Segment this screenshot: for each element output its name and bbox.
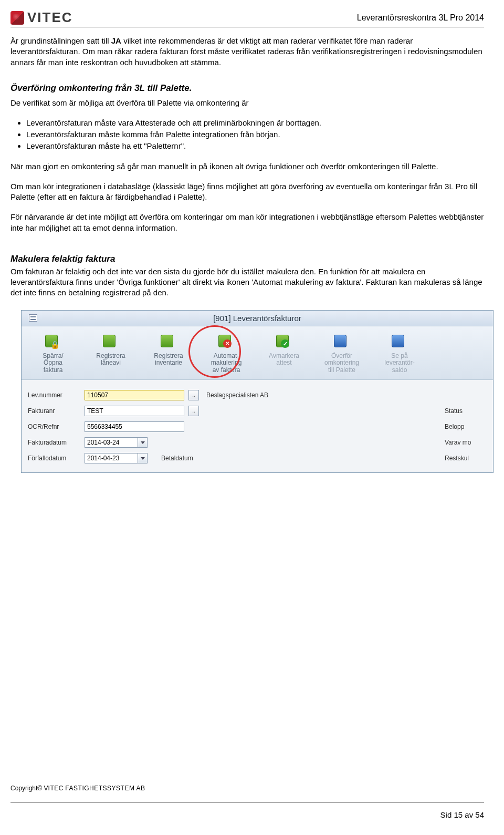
belopp-label: Belopp [445,423,487,430]
paragraph-intro: Är grundinställningen satt till JA vilke… [10,36,484,68]
page-footer: Copyright© VITEC FASTIGHETSSYSTEM AB Sid… [10,785,484,819]
header-divider [10,27,484,27]
view-icon [390,333,410,351]
app-titlebar: [901] Leverantörsfakturor [22,311,493,326]
footer-divider [10,802,484,803]
fakturanr-input[interactable] [85,406,184,416]
paragraph: Om man kör integrationen i databasläge (… [10,181,484,203]
chevron-down-icon [141,441,145,444]
list-item: Leverantörsfaturan måste vara Attesterad… [26,118,484,128]
paragraph: För närvarande är det inte möjligt att ö… [10,212,484,233]
window-title: [901] Leverantörsfakturor [22,314,493,323]
ocr-label: OCR/Refnr [28,423,80,430]
levnummer-lookup-button[interactable]: .. [188,390,199,400]
heading-makulera: Makulera felaktig faktura [10,253,484,265]
heading-overforing: Överföring omkontering från 3L till Pale… [10,83,484,95]
toolbar-registrera-inventarie[interactable]: Registrera inventarie [144,333,193,374]
fakturanr-label: Fakturanr [28,407,80,415]
forfallodatum-label: Förfallodatum [28,455,80,462]
betaldatum-label: Betaldatum [161,455,208,462]
document-icon [159,333,178,351]
varav-label: Varav mo [445,439,487,446]
paragraph: När man gjort en omkontering så går man … [10,161,484,172]
forfallodatum-dropdown-button[interactable] [138,453,148,463]
list-item: Leverantörsfakturan måste ha ett "Palett… [26,141,484,151]
app-window: [901] Leverantörsfakturor Spärra/ Öppna … [21,310,494,473]
transfer-icon [332,333,352,351]
bullet-list: Leverantörsfaturan måste vara Attesterad… [26,118,484,152]
fakturanr-lookup-button[interactable]: .. [188,406,199,416]
toolbar-sparra-oppna-faktura[interactable]: Spärra/ Öppna faktura [29,333,77,374]
toolbar-automat-makulering[interactable]: Automat- makulering av faktura [202,333,250,374]
delete-icon [216,333,236,351]
lock-icon [43,333,63,351]
toolbar-registrera-laneavi[interactable]: Registrera låneavi [87,333,135,374]
document-header-title: Leverantörsreskontra 3L Pro 2014 [10,13,484,23]
paragraph-lead: De verifikat som är möjliga att överföra… [10,98,484,108]
toolbar-overfor-omkontering[interactable]: Överför omkontering till Palette [318,333,366,374]
document-icon [101,333,121,351]
levnummer-input[interactable] [85,390,184,400]
forfallodatum-input[interactable] [85,453,138,463]
ocr-input[interactable] [85,421,184,432]
toolbar-se-pa-leverantorsaldo[interactable]: Se på leverantör- saldo [375,333,424,374]
app-toolbar: Spärra/ Öppna faktura Registrera låneavi… [22,326,493,380]
paragraph: Om fakturan är felaktig och det inte var… [10,266,484,298]
check-icon [274,333,294,351]
copyright: Copyright© VITEC FASTIGHETSSYSTEM AB [10,785,484,792]
levnummer-label: Lev.nummer [28,391,80,399]
leverantor-name: Beslagspecialisten AB [203,391,268,399]
fakturadatum-dropdown-button[interactable] [138,437,148,448]
logo-mark-icon [10,11,24,25]
chevron-down-icon [141,457,145,460]
status-label: Status [445,407,487,415]
app-form: Lev.nummer .. Beslagspecialisten AB Fakt… [22,380,493,472]
list-item: Leverantörsfakturan måste komma från Pal… [26,129,484,140]
fakturadatum-input[interactable] [85,437,138,448]
restskul-label: Restskul [445,455,487,462]
toolbar-avmarkera-attest[interactable]: Avmarkera attest [260,333,308,374]
fakturadatum-label: Fakturadatum [28,439,80,446]
page-number: Sid 15 av 54 [10,810,484,819]
logo-text: VITEC [27,9,73,26]
